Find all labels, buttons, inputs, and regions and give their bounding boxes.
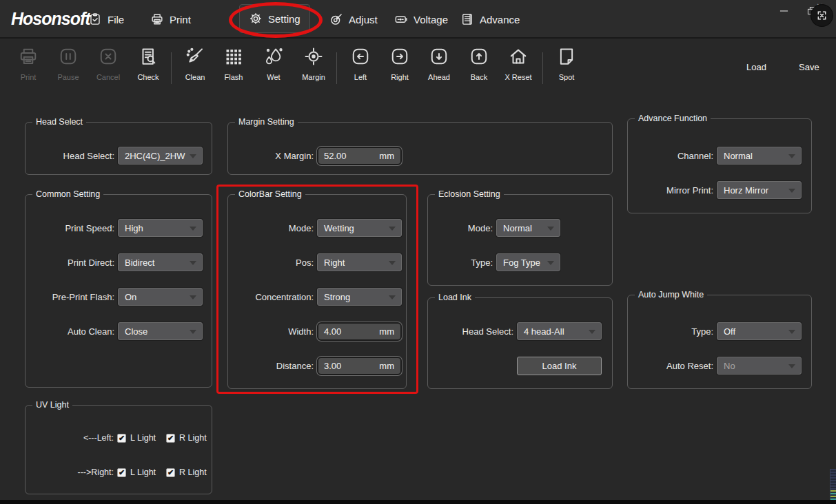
- load-ink-button[interactable]: Load Ink: [517, 357, 602, 375]
- toolbar-pause-label: Pause: [48, 73, 88, 81]
- x-margin-unit: mm: [379, 151, 394, 161]
- head-select-label: Head Select:: [32, 151, 114, 161]
- toolbar-margin-button[interactable]: Margin: [294, 44, 334, 81]
- arrow-up-icon: [459, 44, 499, 69]
- toolbar-cancel-button[interactable]: Cancel: [88, 44, 128, 81]
- colorbar-pos-label: Pos:: [232, 258, 314, 268]
- print-speed-value: High: [119, 223, 143, 233]
- menu-setting[interactable]: Setting: [239, 4, 310, 33]
- toolbar-check-button[interactable]: Check: [128, 44, 168, 81]
- arrow-right-icon: [380, 44, 420, 69]
- toolbar-left-label: Left: [340, 73, 380, 81]
- colorbar-pos-dropdown[interactable]: Right: [317, 253, 402, 271]
- colorbar-width-unit: mm: [379, 326, 394, 337]
- minimize-button[interactable]: [772, 0, 795, 21]
- group-title: Common Setting: [32, 189, 103, 200]
- eclosion-mode-dropdown[interactable]: Normal: [496, 219, 560, 237]
- toolbar-print-button[interactable]: Print: [8, 44, 48, 81]
- chevron-down-icon: [547, 261, 554, 265]
- toolbar-separator: [336, 52, 337, 84]
- colorbar-distance-input[interactable]: 3.00 mm: [317, 357, 402, 375]
- toolbar-flash-button[interactable]: Flash: [214, 44, 254, 81]
- mirror-print-value: Horz Mirror: [717, 185, 768, 196]
- menubar: Hosonsoft File Print Setting Adjust Volt…: [0, 0, 836, 39]
- menu-print[interactable]: Print: [150, 0, 191, 39]
- menu-file[interactable]: File: [88, 0, 124, 39]
- x-margin-input[interactable]: 52.00 mm: [317, 147, 402, 165]
- channel-dropdown[interactable]: Normal: [717, 147, 802, 165]
- toolbar-back-button[interactable]: Back: [459, 44, 499, 81]
- mirror-print-dropdown[interactable]: Horz Mirror: [717, 181, 802, 199]
- group-uv-light: UV Light: [25, 405, 212, 494]
- chevron-down-icon: [190, 330, 196, 334]
- chevron-down-icon: [190, 261, 196, 265]
- cancel-icon: [88, 44, 128, 69]
- toolbar-clean-button[interactable]: Clean: [175, 44, 215, 81]
- colorbar-distance-unit: mm: [379, 361, 394, 371]
- menu-file-label: File: [108, 14, 124, 25]
- menu-advance[interactable]: Advance: [460, 0, 520, 39]
- group-eclosion-setting: Eclosion Setting: [427, 194, 613, 286]
- load-button[interactable]: Load: [746, 62, 766, 72]
- uv-left-llight-checkbox[interactable]: ✔ L Light: [117, 433, 156, 443]
- toolbar-xreset-button[interactable]: X Reset: [498, 44, 538, 81]
- colorbar-width-value: 4.00: [318, 326, 341, 337]
- print-speed-dropdown[interactable]: High: [118, 219, 203, 237]
- channel-label: Channel:: [631, 151, 713, 161]
- toolbar-clean-label: Clean: [175, 73, 215, 81]
- toolbar-ahead-button[interactable]: Ahead: [419, 44, 459, 81]
- toolbar-left-button[interactable]: Left: [340, 44, 380, 81]
- capture-icon: [815, 9, 828, 22]
- preprint-flash-dropdown[interactable]: On: [118, 288, 203, 306]
- checkbox-checked-icon: ✔: [117, 468, 126, 477]
- uv-right-rlight-checkbox[interactable]: ✔ R Light: [166, 468, 207, 477]
- target-icon: [329, 12, 343, 26]
- colorbar-mode-value: Wetting: [318, 223, 354, 233]
- uv-right-llight-checkbox[interactable]: ✔ L Light: [117, 468, 156, 477]
- auto-clean-dropdown[interactable]: Close: [118, 322, 203, 340]
- chevron-down-icon: [788, 154, 795, 158]
- toolbar-spot-button[interactable]: Spot: [547, 44, 587, 81]
- chevron-down-icon: [589, 330, 595, 334]
- loadink-head-select-value: 4 head-All: [518, 326, 564, 337]
- group-title: Advance Function: [635, 114, 711, 124]
- app-logo: Hosonsoft: [11, 9, 90, 29]
- preprint-flash-label: Pre-Print Flash:: [32, 292, 114, 302]
- print-speed-label: Print Speed:: [32, 223, 114, 233]
- save-button[interactable]: Save: [799, 62, 819, 72]
- colorbar-mode-dropdown[interactable]: Wetting: [317, 219, 402, 237]
- print-direct-value: Bidirect: [119, 258, 154, 268]
- colorbar-width-label: Width:: [232, 326, 314, 337]
- colorbar-mode-label: Mode:: [232, 223, 314, 233]
- toolbar-right-label: Right: [380, 73, 420, 81]
- uv-left-rlight-checkbox[interactable]: ✔ R Light: [166, 433, 207, 443]
- toolbar-wet-button[interactable]: Wet: [254, 44, 294, 81]
- capture-button[interactable]: [811, 5, 833, 26]
- toolbar-pause-button[interactable]: Pause: [48, 44, 88, 81]
- arrow-down-icon: [419, 44, 459, 69]
- eclosion-type-dropdown[interactable]: Fog Type: [496, 253, 560, 271]
- document-icon: [460, 12, 474, 26]
- checkbox-checked-icon: ✔: [117, 434, 126, 443]
- eclosion-mode-label: Mode:: [431, 223, 493, 233]
- chevron-down-icon: [788, 189, 795, 193]
- ajw-auto-reset-dropdown[interactable]: No: [717, 357, 802, 375]
- x-margin-value: 52.00: [318, 151, 347, 161]
- loadink-head-select-dropdown[interactable]: 4 head-All: [517, 322, 602, 340]
- ajw-type-dropdown[interactable]: Off: [717, 322, 802, 340]
- menu-voltage[interactable]: Voltage: [394, 0, 448, 39]
- colorbar-width-input[interactable]: 4.00 mm: [317, 322, 402, 341]
- print-direct-dropdown[interactable]: Bidirect: [118, 253, 203, 271]
- colorbar-concentration-dropdown[interactable]: Strong: [317, 288, 402, 306]
- head-select-dropdown[interactable]: 2HC(4C)_2HW: [118, 147, 203, 165]
- uv-right-label: --->Right:: [32, 468, 114, 477]
- mirror-print-label: Mirror Print:: [631, 185, 713, 196]
- toolbar-right-button[interactable]: Right: [380, 44, 420, 81]
- menu-adjust[interactable]: Adjust: [329, 0, 378, 39]
- toolbar-print-label: Print: [8, 73, 48, 81]
- ajw-auto-reset-label: Auto Reset:: [631, 361, 713, 371]
- minimize-icon: [779, 6, 788, 15]
- group-load-ink: Load Ink: [427, 297, 613, 389]
- toolbar-back-label: Back: [459, 73, 499, 81]
- home-icon: [498, 44, 538, 69]
